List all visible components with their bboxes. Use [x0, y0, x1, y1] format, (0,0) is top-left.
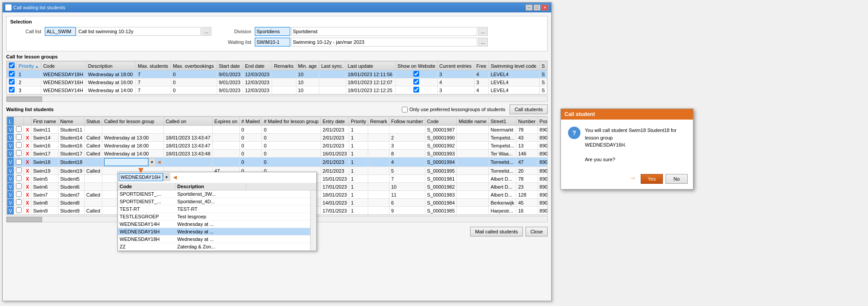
lesson-groups-section: Call for lesson groups Priority ▲ Code D… — [6, 54, 548, 102]
close-button[interactable]: ✕ — [541, 4, 549, 11]
wth-x[interactable] — [24, 117, 31, 126]
wth-called-group[interactable]: Called for lesson group — [102, 117, 164, 126]
only-preferred-label[interactable]: Only use preferred lessongroups of stude… — [402, 107, 505, 112]
dropdown-item[interactable]: TESTLESGROEP Test lesgroep — [118, 213, 316, 221]
wth-remark[interactable]: Remark — [368, 117, 389, 126]
window-title: Call waiting list students — [13, 5, 65, 10]
selection-section: Selection Call list ... Division — [6, 16, 548, 51]
main-window: Call waiting list students ─ □ ✕ Selecti… — [2, 2, 552, 301]
lesson-groups-table: Priority ▲ Code Description Max. student… — [7, 61, 547, 94]
dropdown-item[interactable]: WEDNESDAY16H Wednesday at ... — [118, 228, 316, 236]
orange-left-arrow-icon: ◄ — [172, 174, 178, 181]
wth-status[interactable]: Status — [84, 117, 102, 126]
waiting-students-label: Waiting list students — [6, 107, 54, 112]
waiting-list-code-input[interactable] — [255, 38, 290, 46]
yes-arrow-icon: → — [629, 174, 636, 184]
wth-mailed-lg[interactable]: # Mailed for lesson group — [262, 117, 321, 126]
wth-code[interactable]: Code — [425, 117, 456, 126]
th-s[interactable]: S — [540, 62, 547, 70]
wth-name[interactable]: Name — [58, 117, 84, 126]
minimize-button[interactable]: ─ — [525, 4, 533, 11]
dropdown-item[interactable]: SPORTDIENST_... Sportdienst_4D... — [118, 198, 316, 205]
wth-number[interactable]: Number — [516, 117, 537, 126]
dialog-buttons: → Yes No — [561, 170, 693, 189]
division-code-input[interactable] — [255, 27, 290, 36]
call-student-dialog: Call student ? You will call student Swi… — [561, 108, 693, 190]
waiting-student-row[interactable]: V X Swim18 Student18 ▼◄ 0 0 2/01/2023 1 … — [7, 158, 548, 167]
wth-called-on[interactable]: Called on — [163, 117, 212, 126]
th-code[interactable]: Code — [41, 62, 86, 70]
down-arrow-indicator: ▼ — [136, 165, 145, 175]
division-value-input[interactable] — [291, 27, 477, 36]
wth-firstname[interactable]: First name — [31, 117, 58, 126]
waiting-student-row[interactable]: V X Swim17 Student17 Called Wednesday at… — [7, 150, 548, 158]
call-list-code-input[interactable] — [45, 27, 76, 36]
dropdown-col-code: Code — [118, 183, 175, 190]
th-last-update[interactable]: Last update — [346, 62, 395, 70]
wth-street[interactable]: Street1 — [489, 117, 516, 126]
th-last-sync[interactable]: Last sync. — [319, 62, 346, 70]
dropdown-col-desc: Description — [175, 183, 246, 190]
dropdown-item[interactable]: SPORTDIENST_... Sportdienst_3W... — [118, 190, 316, 198]
call-list-dots-button[interactable]: ... — [202, 27, 211, 36]
wth-middle[interactable]: Middle name — [457, 117, 489, 126]
th-max-students[interactable]: Max. students — [136, 62, 171, 70]
lesson-group-dropdown: ▼ ◄ Code Description SPORTDIENST_... Spo… — [117, 172, 317, 251]
th-description[interactable]: Description — [86, 62, 136, 70]
dropdown-item[interactable]: WEDNESDAY18H Wednesday at ... — [118, 236, 316, 243]
dropdown-arrow-button[interactable]: ▼ — [163, 173, 170, 181]
th-swim-level[interactable]: Swimming level code — [489, 62, 540, 70]
waiting-list-value-input[interactable] — [291, 38, 477, 46]
title-bar: Call waiting list students ─ □ ✕ — [3, 3, 551, 12]
waiting-list-label: Waiting list — [220, 39, 251, 45]
th-remarks[interactable]: Remarks — [272, 62, 296, 70]
wth-follow[interactable]: Follow number — [389, 117, 425, 126]
th-start-date[interactable]: Start date — [217, 62, 243, 70]
dialog-title: Call student — [561, 109, 693, 120]
dialog-no-button[interactable]: No — [666, 174, 688, 184]
division-dots-button[interactable]: ... — [478, 27, 488, 36]
wth-postcode[interactable]: Postcode — [537, 117, 548, 126]
th-priority[interactable]: Priority ▲ — [17, 62, 41, 70]
wth-mailed[interactable]: # Mailed — [239, 117, 262, 126]
th-free[interactable]: Free — [475, 62, 489, 70]
call-students-button[interactable]: Call students — [510, 105, 548, 114]
close-button-bottom[interactable]: Close — [525, 227, 548, 236]
lesson-groups-table-container: Priority ▲ Code Description Max. student… — [6, 61, 548, 95]
only-preferred-checkbox[interactable] — [402, 107, 408, 112]
th-current-entries[interactable]: Current entries — [437, 62, 475, 70]
division-label: Division — [220, 29, 251, 34]
dropdown-scrollbar[interactable] — [310, 190, 316, 251]
waiting-list-dots-button[interactable]: ... — [478, 38, 488, 46]
lesson-groups-scrollbar[interactable] — [6, 96, 548, 102]
dropdown-header: Code Description — [118, 183, 316, 190]
maximize-button[interactable]: □ — [533, 4, 541, 11]
lesson-group-row[interactable]: 3 WEDNESDAY14H Wednesday at 14:00 7 0 9/… — [7, 86, 547, 94]
wth-expires[interactable]: Expires on — [212, 117, 239, 126]
wth-l[interactable]: L — [7, 117, 14, 126]
dialog-info-icon: ? — [568, 127, 580, 139]
waiting-student-row[interactable]: V X Swim16 Student16 Called Wednesday at… — [7, 142, 548, 150]
th-check[interactable] — [7, 62, 17, 70]
window-icon — [5, 4, 12, 11]
dialog-message: You will call student Swim18 Student18 f… — [585, 127, 686, 163]
th-min-age[interactable]: Min. age — [296, 62, 319, 70]
th-max-overbookings[interactable]: Max. overbookings — [171, 62, 217, 70]
wth-check[interactable] — [14, 117, 24, 126]
th-end-date[interactable]: End date — [243, 62, 272, 70]
th-show-website[interactable]: Show on Website — [396, 62, 437, 70]
wth-entry[interactable]: Entry date — [320, 117, 349, 126]
waiting-student-row[interactable]: V X Swim11 Student11 0 0 2/01/2023 1 S_0… — [7, 126, 548, 134]
dropdown-item[interactable]: TEST-RT TEST-RT — [118, 205, 316, 213]
mail-called-button[interactable]: Mail called students — [470, 227, 523, 236]
dialog-yes-button[interactable]: Yes — [641, 174, 663, 184]
wth-priority[interactable]: Priority — [349, 117, 368, 126]
call-list-value-input[interactable] — [77, 27, 201, 36]
waiting-student-row[interactable]: V X Swim14 Student14 Called Wednesday at… — [7, 134, 548, 142]
lesson-group-row[interactable]: 1 WEDNESDAY18H Wednesday at 18:00 7 0 9/… — [7, 70, 547, 78]
lesson-group-row[interactable]: 2 WEDNESDAY16H Wednesday at 16:00 7 0 9/… — [7, 78, 547, 86]
dropdown-item[interactable]: WEDNESDAY14H Wednesday at ... — [118, 221, 316, 228]
call-list-label: Call list — [10, 29, 41, 34]
dropdown-item[interactable]: ZZ Zaterdag & Zon... — [118, 243, 316, 251]
lesson-groups-header: Call for lesson groups — [6, 54, 548, 59]
